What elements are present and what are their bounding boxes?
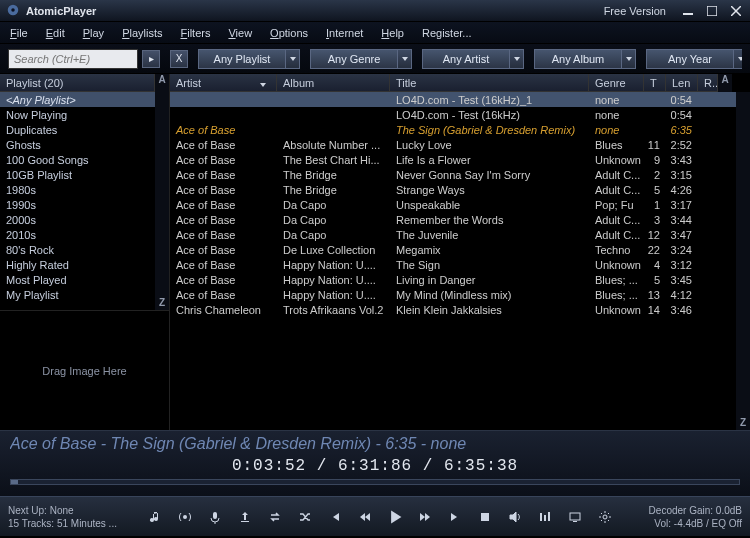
menu-file[interactable]: File bbox=[10, 27, 28, 39]
col-album[interactable]: Album bbox=[277, 74, 390, 92]
volume-button[interactable] bbox=[505, 507, 525, 527]
col-length[interactable]: Len bbox=[666, 74, 698, 92]
track-row[interactable]: Ace of BaseThe BridgeStrange WaysAdult C… bbox=[170, 182, 736, 197]
track-row[interactable]: Ace of BaseThe Sign (Gabriel & Dresden R… bbox=[170, 122, 736, 137]
track-row[interactable]: LO4D.com - Test (16kHz)_1none0:54 bbox=[170, 92, 736, 107]
broadcast-button[interactable] bbox=[175, 507, 195, 527]
seek-bar[interactable] bbox=[10, 479, 740, 485]
cell-album: Da Capo bbox=[277, 197, 390, 212]
export-button[interactable] bbox=[235, 507, 255, 527]
playlist-item[interactable]: <Any Playlist> bbox=[0, 92, 155, 107]
cell-rating bbox=[698, 227, 718, 242]
eq-button[interactable] bbox=[535, 507, 555, 527]
filter-any-artist[interactable]: Any Artist bbox=[422, 49, 524, 69]
track-row[interactable]: LO4D.com - Test (16kHz)none0:54 bbox=[170, 107, 736, 122]
chevron-down-icon[interactable] bbox=[286, 49, 300, 69]
search-go-button[interactable]: ▸ bbox=[142, 50, 160, 68]
cell-album: Happy Nation: U.... bbox=[277, 257, 390, 272]
playlist-item[interactable]: Ghosts bbox=[0, 137, 155, 152]
filter-any-album[interactable]: Any Album bbox=[534, 49, 636, 69]
track-row[interactable]: Chris ChameleonTrots Afrikaans Vol.2Klei… bbox=[170, 302, 736, 317]
skip-back-button[interactable] bbox=[325, 507, 345, 527]
chevron-down-icon[interactable] bbox=[734, 49, 742, 69]
cell-len: 3:47 bbox=[666, 227, 698, 242]
menu-internet[interactable]: Internet bbox=[326, 27, 363, 39]
menu-playlists[interactable]: Playlists bbox=[122, 27, 162, 39]
svg-rect-10 bbox=[540, 513, 542, 521]
forward-button[interactable] bbox=[415, 507, 435, 527]
minimize-button[interactable] bbox=[680, 4, 696, 18]
track-row[interactable]: Ace of BaseAbsolute Number ...Lucky Love… bbox=[170, 137, 736, 152]
cell-artist: Ace of Base bbox=[170, 182, 277, 197]
svg-point-1 bbox=[11, 8, 15, 12]
col-rating[interactable]: R... bbox=[698, 74, 718, 92]
shuffle-button[interactable] bbox=[295, 507, 315, 527]
stop-button[interactable] bbox=[475, 507, 495, 527]
playlist-item[interactable]: Now Playing bbox=[0, 107, 155, 122]
clear-filter-button[interactable]: X bbox=[170, 50, 188, 68]
col-track[interactable]: T bbox=[644, 74, 666, 92]
chevron-down-icon[interactable] bbox=[622, 49, 636, 69]
playlist-item[interactable]: 80's Rock bbox=[0, 242, 155, 257]
mic-button[interactable] bbox=[205, 507, 225, 527]
menu-help[interactable]: Help bbox=[381, 27, 404, 39]
playlist-item[interactable]: Most Played bbox=[0, 272, 155, 287]
playlist-item[interactable]: Duplicates bbox=[0, 122, 155, 137]
playlist-item[interactable]: 1990s bbox=[0, 197, 155, 212]
playlist-item[interactable]: 2010s bbox=[0, 227, 155, 242]
col-title[interactable]: Title bbox=[390, 74, 589, 92]
filter-any-genre[interactable]: Any Genre bbox=[310, 49, 412, 69]
maximize-button[interactable] bbox=[704, 4, 720, 18]
playlist-item[interactable]: 1980s bbox=[0, 182, 155, 197]
playlist-header[interactable]: Playlist (20) bbox=[0, 74, 155, 92]
alpha-bottom[interactable]: Z bbox=[159, 297, 165, 308]
track-row[interactable]: Ace of BaseHappy Nation: U....Living in … bbox=[170, 272, 736, 287]
alpha-scroll-right[interactable]: Z bbox=[736, 92, 750, 430]
playlist-item[interactable]: Highly Rated bbox=[0, 257, 155, 272]
menu-filters[interactable]: Filters bbox=[180, 27, 210, 39]
playlist-item[interactable]: 2000s bbox=[0, 212, 155, 227]
drag-image-area[interactable]: Drag Image Here bbox=[0, 310, 169, 430]
now-playing-bar: Ace of Base - The Sign (Gabriel & Dresde… bbox=[0, 430, 750, 496]
chevron-down-icon[interactable] bbox=[398, 49, 412, 69]
play-button[interactable] bbox=[385, 507, 405, 527]
col-genre[interactable]: Genre bbox=[589, 74, 644, 92]
playlist-item[interactable]: My Playlist bbox=[0, 287, 155, 302]
cell-artist: Ace of Base bbox=[170, 287, 277, 302]
playlist-item[interactable]: 100 Good Songs bbox=[0, 152, 155, 167]
screen-button[interactable] bbox=[565, 507, 585, 527]
track-row[interactable]: Ace of BaseDa CapoThe JuvenileAdult C...… bbox=[170, 227, 736, 242]
close-button[interactable] bbox=[728, 4, 744, 18]
repeat-button[interactable] bbox=[265, 507, 285, 527]
track-row[interactable]: Ace of BaseThe BridgeNever Gonna Say I'm… bbox=[170, 167, 736, 182]
cell-artist: Ace of Base bbox=[170, 137, 277, 152]
cell-artist: Ace of Base bbox=[170, 257, 277, 272]
filter-any-year[interactable]: Any Year bbox=[646, 49, 742, 69]
cell-title: LO4D.com - Test (16kHz) bbox=[390, 107, 589, 122]
free-version-label[interactable]: Free Version bbox=[604, 5, 666, 17]
chevron-down-icon[interactable] bbox=[510, 49, 524, 69]
track-row[interactable]: Ace of BaseDe Luxe CollectionMegamixTech… bbox=[170, 242, 736, 257]
gear-button[interactable] bbox=[595, 507, 615, 527]
track-row[interactable]: Ace of BaseDa CapoUnspeakablePop; Fu13:1… bbox=[170, 197, 736, 212]
menu-play[interactable]: Play bbox=[83, 27, 104, 39]
filter-any-playlist[interactable]: Any Playlist bbox=[198, 49, 300, 69]
col-artist[interactable]: Artist bbox=[170, 74, 277, 92]
menu-edit[interactable]: Edit bbox=[46, 27, 65, 39]
track-row[interactable]: Ace of BaseHappy Nation: U....The SignUn… bbox=[170, 257, 736, 272]
rewind-button[interactable] bbox=[355, 507, 375, 527]
alpha-top[interactable]: A bbox=[158, 74, 165, 85]
track-row[interactable]: Ace of BaseDa CapoRemember the WordsAdul… bbox=[170, 212, 736, 227]
search-input[interactable] bbox=[8, 49, 138, 69]
menu-options[interactable]: Options bbox=[270, 27, 308, 39]
menu-view[interactable]: View bbox=[228, 27, 252, 39]
skip-fwd-button[interactable] bbox=[445, 507, 465, 527]
menu-register[interactable]: Register... bbox=[422, 27, 472, 39]
alpha-top-r[interactable]: A bbox=[721, 74, 728, 85]
alpha-bottom-r[interactable]: Z bbox=[740, 417, 746, 428]
note-button[interactable] bbox=[145, 507, 165, 527]
alpha-scroll-left[interactable]: Z bbox=[155, 92, 169, 310]
track-row[interactable]: Ace of BaseThe Best Chart Hi...Life Is a… bbox=[170, 152, 736, 167]
playlist-item[interactable]: 10GB Playlist bbox=[0, 167, 155, 182]
track-row[interactable]: Ace of BaseHappy Nation: U....My Mind (M… bbox=[170, 287, 736, 302]
